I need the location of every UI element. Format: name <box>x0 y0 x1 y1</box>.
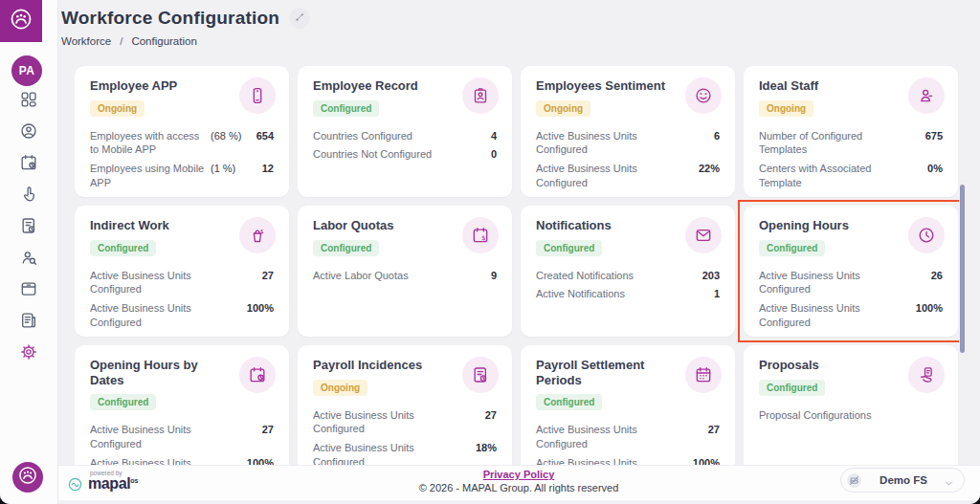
metric-value: 12 <box>245 162 274 176</box>
cards-viewport: Employee APP Ongoing Employees with acce… <box>75 66 959 466</box>
metric-row: Employees using Mobile APP(1 %)12 <box>90 162 274 190</box>
sidebar-item-employees[interactable] <box>13 123 44 142</box>
config-card[interactable]: Employee APP Ongoing Employees with acce… <box>75 66 289 197</box>
calendar-clock-icon <box>239 357 276 393</box>
sidebar-nav <box>0 92 57 363</box>
metric-label: Active Business Units Configured <box>90 423 245 451</box>
app-window: PA Workforce Configuration Workforce / C… <box>0 0 980 504</box>
config-card[interactable]: Ideal Staff Ongoing Number of Configured… <box>744 66 958 197</box>
metric-value: 1 <box>691 287 720 301</box>
smiley-icon <box>685 77 722 114</box>
breadcrumb-workforce[interactable]: Workforce <box>61 35 111 47</box>
copyright-text: © 2026 - MAPAL Group. All rights reserve… <box>419 482 619 493</box>
metric-row: Active Business Units Configured27 <box>313 408 497 437</box>
brand-logo[interactable] <box>0 0 42 42</box>
privacy-policy-link[interactable]: Privacy Policy <box>419 469 619 480</box>
document-clock-icon <box>19 216 38 239</box>
config-card[interactable]: Labor Quotas Configured $ Active Labor Q… <box>298 206 512 337</box>
metric-label: Active Business Units Configured <box>90 301 245 330</box>
config-card[interactable]: Employees Sentiment Ongoing Active Busin… <box>521 66 735 197</box>
user-avatar[interactable]: PA <box>11 55 42 86</box>
config-card[interactable]: Indirect Work Configured Active Business… <box>75 206 289 337</box>
page-title: Workforce Configuration <box>61 8 279 29</box>
config-card[interactable]: Opening Hours Configured Active Business… <box>744 206 958 337</box>
metric-value: 27 <box>691 423 720 437</box>
metric-value: 4 <box>468 129 497 143</box>
sidebar-item-reports[interactable] <box>13 313 44 332</box>
metric-label: Active Notifications <box>536 287 691 301</box>
sidebar-item-schedule[interactable] <box>13 155 44 174</box>
card-metrics: Active Business Units Configured27Active… <box>313 408 497 466</box>
metric-value: 0% <box>914 162 943 176</box>
metric-value: 675 <box>914 129 943 143</box>
metric-note: (1 %) <box>211 162 245 176</box>
person-icon <box>908 77 945 114</box>
metric-row: Active Business Units Configured27 <box>90 423 274 451</box>
card-metrics: Number of Configured Templates675Centers… <box>759 129 943 190</box>
card-metrics: Proposal Configurations <box>759 408 943 423</box>
metric-label: Proposal Configurations <box>759 408 914 423</box>
metric-value: 18% <box>468 441 497 455</box>
sidebar-item-approvals[interactable] <box>13 186 44 206</box>
card-metrics: Active Business Units Configured26Active… <box>759 269 943 330</box>
status-badge: Configured <box>536 240 602 256</box>
chevron-down-icon <box>944 475 954 486</box>
metric-row: Active Business Units Configured18% <box>313 441 497 466</box>
config-card[interactable]: Notifications Configured Created Notific… <box>521 206 735 337</box>
metric-value: 100% <box>914 301 943 316</box>
metric-label: Countries Not Configured <box>313 147 468 162</box>
card-metrics: Employees with access to Mobile APP(68 %… <box>90 129 274 190</box>
edit-icon <box>294 10 305 27</box>
status-badge: Configured <box>759 240 825 256</box>
metric-row: Active Business Units Configured22% <box>536 162 720 190</box>
metric-value: 26 <box>914 269 943 283</box>
sidebar-item-dashboard[interactable] <box>13 92 44 111</box>
metric-value: 27 <box>468 408 497 423</box>
breadcrumb: Workforce / Configuration <box>61 35 310 47</box>
no-image-icon <box>845 471 863 490</box>
sidebar-item-documents[interactable] <box>13 218 44 237</box>
sidebar-item-settings[interactable] <box>13 344 44 363</box>
card-metrics: Active Business Units Configured27Active… <box>90 423 274 466</box>
metric-label: Countries Configured <box>313 129 468 143</box>
metric-value: 654 <box>245 129 274 143</box>
metric-row: Active Business Units Configured100% <box>759 301 943 330</box>
mapal-brand: powered by mapalos <box>67 469 138 493</box>
sidebar-bottom-avatar[interactable] <box>12 462 43 493</box>
metric-row: Active Notifications1 <box>536 287 720 301</box>
status-badge: Configured <box>313 240 379 256</box>
metric-row: Active Business Units Configured27 <box>90 269 274 297</box>
people-logo-icon <box>9 7 33 35</box>
metric-value: 9 <box>468 269 497 283</box>
metric-row: Proposal Configurations <box>759 408 943 423</box>
card-metrics: Active Labor Quotas9 <box>313 269 497 283</box>
metric-value: 0 <box>468 147 497 162</box>
status-badge: Ongoing <box>536 100 590 117</box>
sidebar-item-people-search[interactable] <box>13 250 44 269</box>
edit-title-button[interactable] <box>289 8 310 29</box>
metric-label: Active Business Units Configured <box>536 423 691 451</box>
config-card[interactable]: Payroll Settlement Periods Configured Ac… <box>521 345 735 466</box>
config-card[interactable]: Employee Record Configured Countries Con… <box>298 66 512 197</box>
user-circle-icon <box>19 121 38 144</box>
tenant-selector[interactable]: Demo FS <box>840 468 965 493</box>
metric-label: Active Business Units Configured <box>536 162 691 190</box>
cards-grid: Employee APP Ongoing Employees with acce… <box>75 66 959 466</box>
metric-label: Active Business Units Configured <box>536 129 691 158</box>
breadcrumb-separator: / <box>120 35 122 47</box>
svg-text:$: $ <box>481 234 485 242</box>
breadcrumb-configuration[interactable]: Configuration <box>131 35 196 47</box>
page-header: Workforce Configuration Workforce / Conf… <box>61 8 310 47</box>
metric-row: Employees with access to Mobile APP(68 %… <box>90 129 274 158</box>
metric-row: Number of Configured Templates675 <box>759 129 943 158</box>
config-card[interactable]: Opening Hours by Dates Configured Active… <box>75 345 289 466</box>
config-card[interactable]: Proposals Configured Proposal Configurat… <box>744 345 958 466</box>
sidebar-item-archive[interactable] <box>13 281 44 300</box>
vertical-scrollbar-thumb[interactable] <box>960 185 965 353</box>
config-card[interactable]: Payroll Incidences Ongoing Active Busine… <box>298 345 512 466</box>
card-metrics: Active Business Units Configured27Active… <box>90 269 274 330</box>
clock-icon <box>908 217 945 253</box>
status-badge: Configured <box>759 380 825 396</box>
status-badge: Configured <box>90 240 156 256</box>
calendar-dots-icon <box>685 357 722 393</box>
